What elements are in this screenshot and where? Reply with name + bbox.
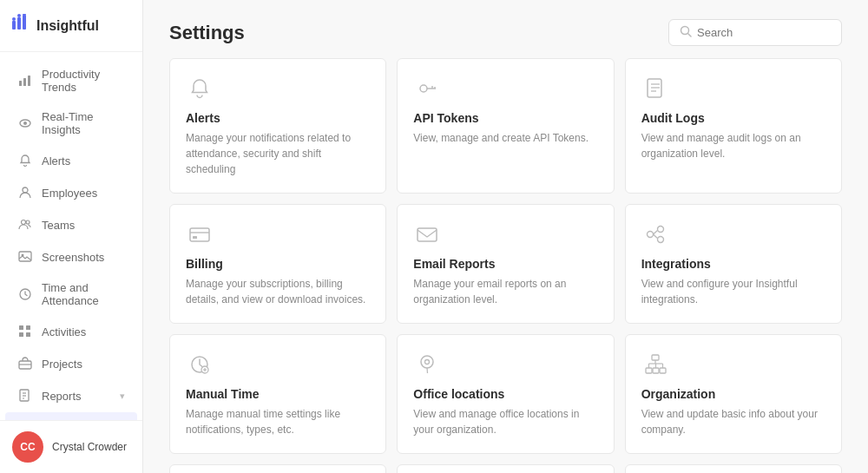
svg-point-11: [23, 187, 28, 193]
main-content: Settings AlertsManage your notifications…: [143, 0, 868, 473]
sidebar-item-projects[interactable]: Projects: [5, 348, 137, 379]
sidebar: Insightful Productivity TrendsReal-Time …: [0, 0, 143, 473]
card-desc-integrations: View and configure your Insightful integ…: [641, 276, 825, 307]
sidebar-item-label-projects: Projects: [42, 358, 82, 371]
card-office-locations[interactable]: Office locationsView and manage office l…: [397, 334, 614, 454]
sidebar-item-screenshots[interactable]: Screenshots: [5, 241, 137, 273]
report-icon: [17, 388, 33, 404]
svg-point-30: [420, 85, 427, 92]
card-desc-alerts: Manage your notifications related to att…: [186, 130, 370, 177]
team-icon: [17, 217, 33, 233]
svg-point-43: [657, 227, 663, 233]
avatar: CC: [12, 431, 43, 463]
card-email-reports[interactable]: Email ReportsManage your email reports o…: [397, 204, 614, 324]
svg-rect-54: [653, 368, 659, 373]
card-title-api-tokens: API Tokens: [413, 111, 597, 125]
svg-point-3: [12, 17, 16, 21]
svg-rect-55: [660, 368, 666, 373]
sidebar-item-productivity-trends[interactable]: Productivity Trends: [5, 60, 137, 102]
card-productivity[interactable]: ProductivityManage your productivity lab…: [397, 464, 614, 473]
card-audit-logs[interactable]: Audit LogsView and manage audit logs on …: [625, 58, 842, 194]
svg-point-12: [22, 220, 26, 225]
svg-rect-6: [19, 81, 22, 86]
card-api-tokens[interactable]: API TokensView, manage and create API To…: [397, 58, 614, 194]
svg-rect-52: [652, 355, 659, 360]
svg-rect-19: [19, 332, 23, 337]
billing-icon: [186, 220, 214, 248]
email-reports-icon: [413, 220, 441, 248]
card-title-alerts: Alerts: [186, 111, 370, 125]
search-input[interactable]: [697, 26, 831, 39]
sidebar-item-real-time-insights[interactable]: Real-Time Insights: [5, 102, 137, 144]
bell-icon: [17, 153, 33, 168]
svg-point-13: [26, 220, 30, 224]
svg-rect-20: [26, 332, 30, 337]
svg-rect-53: [646, 368, 652, 373]
card-manual-time[interactable]: Manual TimeManage manual time settings l…: [169, 334, 386, 454]
sidebar-item-label-time-attendance: Time and Attendance: [42, 281, 125, 307]
image-icon: [17, 249, 33, 265]
card-billing[interactable]: BillingManage your subscriptions, billin…: [169, 204, 386, 324]
app-logo[interactable]: Insightful: [0, 0, 142, 52]
svg-point-4: [17, 14, 21, 17]
svg-rect-14: [19, 252, 31, 261]
svg-rect-0: [12, 21, 16, 30]
manual-time-icon: [186, 351, 214, 378]
svg-point-10: [23, 122, 27, 125]
logo-icon: [10, 14, 30, 37]
sidebar-item-label-screenshots: Screenshots: [42, 251, 104, 264]
sidebar-footer: CC Crystal Crowder: [0, 420, 142, 473]
sidebar-item-reports[interactable]: Reports▾: [5, 380, 137, 411]
sidebar-item-label-teams: Teams: [42, 219, 75, 232]
card-desc-organization: View and update basic info about your co…: [641, 406, 825, 437]
card-title-organization: Organization: [641, 387, 825, 401]
svg-rect-1: [17, 17, 21, 30]
chart-icon: [17, 73, 33, 89]
sidebar-item-time-attendance[interactable]: Time and Attendance: [5, 273, 137, 315]
card-title-office-locations: Office locations: [413, 387, 597, 401]
svg-rect-8: [28, 76, 30, 86]
svg-point-51: [425, 360, 430, 365]
clock-icon: [17, 286, 33, 302]
audit-logs-icon: [641, 75, 669, 102]
svg-rect-41: [418, 228, 437, 241]
search-icon: [680, 25, 692, 40]
svg-line-46: [653, 234, 657, 239]
integrations-icon: [641, 220, 669, 248]
cards-container: AlertsManage your notifications related …: [143, 58, 868, 473]
card-title-integrations: Integrations: [641, 257, 825, 271]
card-desc-audit-logs: View and manage audit logs on an organiz…: [641, 130, 825, 161]
svg-rect-18: [26, 325, 30, 330]
settings-cards-grid: AlertsManage your notifications related …: [169, 58, 842, 473]
svg-rect-40: [193, 236, 197, 239]
card-desc-office-locations: View and manage office locations in your…: [413, 406, 597, 437]
sidebar-item-label-alerts: Alerts: [42, 154, 70, 168]
grid-icon: [17, 324, 33, 339]
person-icon: [17, 185, 33, 200]
eye-icon: [17, 115, 33, 131]
card-title-billing: Billing: [186, 257, 370, 271]
sidebar-item-alerts[interactable]: Alerts: [5, 145, 137, 176]
search-box[interactable]: [668, 19, 842, 46]
main-header: Settings: [143, 0, 868, 58]
card-privacy[interactable]: PrivacyView and change privacy-related s…: [169, 464, 386, 473]
card-title-audit-logs: Audit Logs: [641, 111, 825, 125]
sidebar-item-settings[interactable]: Settings: [5, 412, 137, 420]
organization-icon: [641, 351, 669, 378]
card-alerts[interactable]: AlertsManage your notifications related …: [169, 58, 386, 194]
card-desc-api-tokens: View, manage and create API Tokens.: [413, 130, 597, 146]
sidebar-item-activities[interactable]: Activities: [5, 316, 137, 347]
card-organization[interactable]: OrganizationView and update basic info a…: [625, 334, 842, 454]
sidebar-item-label-real-time-insights: Real-Time Insights: [42, 110, 125, 136]
svg-rect-7: [23, 78, 26, 86]
sidebar-nav: Productivity TrendsReal-Time InsightsAle…: [0, 52, 142, 420]
alerts-icon: [186, 75, 214, 102]
sidebar-item-teams[interactable]: Teams: [5, 209, 137, 240]
user-name: Crystal Crowder: [52, 441, 127, 453]
svg-rect-2: [23, 15, 26, 30]
card-security-identity[interactable]: Security and IdentityView and configure …: [625, 464, 842, 473]
card-desc-email-reports: Manage your email reports on an organiza…: [413, 276, 597, 307]
sidebar-item-label-productivity-trends: Productivity Trends: [42, 68, 125, 94]
card-integrations[interactable]: IntegrationsView and configure your Insi…: [625, 204, 842, 324]
sidebar-item-employees[interactable]: Employees: [5, 177, 137, 208]
